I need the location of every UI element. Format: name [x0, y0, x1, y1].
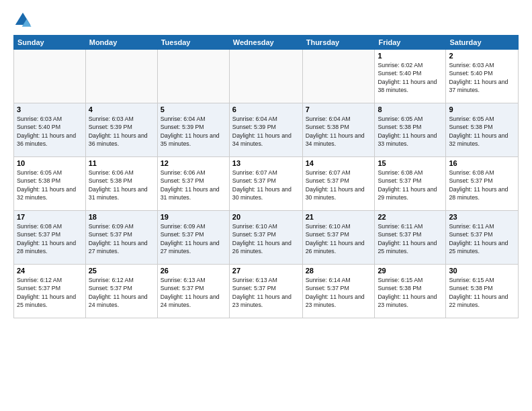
day-info: Sunrise: 6:10 AM Sunset: 5:37 PM Dayligh…	[232, 222, 300, 255]
day-info: Sunrise: 6:07 AM Sunset: 5:37 PM Dayligh…	[232, 169, 300, 201]
day-info: Sunrise: 6:11 AM Sunset: 5:37 PM Dayligh…	[449, 222, 515, 255]
calendar-cell: 30Sunrise: 6:15 AM Sunset: 5:38 PM Dayli…	[446, 265, 519, 318]
day-info: Sunrise: 6:13 AM Sunset: 5:37 PM Dayligh…	[161, 276, 226, 309]
day-number: 16	[449, 159, 515, 167]
calendar-week-3: 10Sunrise: 6:05 AM Sunset: 5:38 PM Dayli…	[14, 157, 519, 211]
day-number: 17	[17, 213, 83, 221]
day-number: 30	[449, 267, 515, 275]
calendar-cell: 20Sunrise: 6:10 AM Sunset: 5:37 PM Dayli…	[229, 211, 302, 265]
calendar-cell: 6Sunrise: 6:04 AM Sunset: 5:39 PM Daylig…	[229, 103, 302, 157]
day-number: 6	[232, 105, 300, 113]
calendar-week-5: 24Sunrise: 6:12 AM Sunset: 5:37 PM Dayli…	[14, 265, 519, 318]
calendar-cell	[229, 50, 302, 103]
calendar-cell: 10Sunrise: 6:05 AM Sunset: 5:38 PM Dayli…	[14, 157, 86, 211]
calendar-cell	[157, 50, 229, 103]
calendar-cell: 27Sunrise: 6:13 AM Sunset: 5:37 PM Dayli…	[229, 265, 302, 318]
day-number: 1	[378, 52, 443, 60]
calendar-week-1: 1Sunrise: 6:02 AM Sunset: 5:40 PM Daylig…	[14, 50, 519, 103]
day-number: 26	[161, 267, 226, 275]
day-info: Sunrise: 6:11 AM Sunset: 5:37 PM Dayligh…	[378, 222, 443, 255]
calendar-cell: 3Sunrise: 6:03 AM Sunset: 5:40 PM Daylig…	[14, 103, 86, 157]
day-info: Sunrise: 6:08 AM Sunset: 5:37 PM Dayligh…	[17, 222, 83, 255]
calendar-cell: 15Sunrise: 6:08 AM Sunset: 5:37 PM Dayli…	[375, 157, 446, 211]
weekday-header-wednesday: Wednesday	[229, 36, 302, 50]
day-number: 8	[378, 105, 443, 113]
calendar-cell: 24Sunrise: 6:12 AM Sunset: 5:37 PM Dayli…	[14, 265, 86, 318]
calendar-cell	[14, 50, 86, 103]
calendar-cell: 16Sunrise: 6:08 AM Sunset: 5:37 PM Dayli…	[446, 157, 519, 211]
day-info: Sunrise: 6:12 AM Sunset: 5:37 PM Dayligh…	[17, 276, 83, 309]
day-number: 29	[378, 267, 443, 275]
page: SundayMondayTuesdayWednesdayThursdayFrid…	[0, 0, 532, 411]
day-number: 18	[89, 213, 154, 221]
day-info: Sunrise: 6:03 AM Sunset: 5:39 PM Dayligh…	[89, 115, 154, 148]
calendar-table: SundayMondayTuesdayWednesdayThursdayFrid…	[13, 35, 519, 318]
day-info: Sunrise: 6:04 AM Sunset: 5:39 PM Dayligh…	[232, 115, 300, 148]
day-info: Sunrise: 6:09 AM Sunset: 5:37 PM Dayligh…	[161, 222, 226, 255]
day-number: 21	[306, 213, 372, 221]
calendar-cell: 19Sunrise: 6:09 AM Sunset: 5:37 PM Dayli…	[157, 211, 229, 265]
day-info: Sunrise: 6:05 AM Sunset: 5:38 PM Dayligh…	[378, 115, 443, 148]
day-info: Sunrise: 6:02 AM Sunset: 5:40 PM Dayligh…	[378, 61, 443, 94]
day-number: 22	[378, 213, 443, 221]
day-info: Sunrise: 6:12 AM Sunset: 5:37 PM Dayligh…	[89, 276, 154, 309]
calendar-cell: 5Sunrise: 6:04 AM Sunset: 5:39 PM Daylig…	[157, 103, 229, 157]
calendar-cell: 26Sunrise: 6:13 AM Sunset: 5:37 PM Dayli…	[157, 265, 229, 318]
calendar-week-2: 3Sunrise: 6:03 AM Sunset: 5:40 PM Daylig…	[14, 103, 519, 157]
calendar-cell	[302, 50, 375, 103]
logo-icon	[13, 11, 32, 30]
day-number: 23	[449, 213, 515, 221]
day-number: 9	[449, 105, 515, 113]
day-number: 19	[161, 213, 226, 221]
day-number: 14	[306, 159, 372, 167]
day-info: Sunrise: 6:15 AM Sunset: 5:38 PM Dayligh…	[378, 276, 443, 309]
day-info: Sunrise: 6:15 AM Sunset: 5:38 PM Dayligh…	[449, 276, 515, 309]
day-info: Sunrise: 6:05 AM Sunset: 5:38 PM Dayligh…	[17, 169, 83, 201]
weekday-header-row: SundayMondayTuesdayWednesdayThursdayFrid…	[14, 36, 519, 50]
weekday-header-friday: Friday	[375, 36, 446, 50]
day-number: 24	[17, 267, 83, 275]
day-info: Sunrise: 6:03 AM Sunset: 5:40 PM Dayligh…	[449, 61, 515, 94]
day-info: Sunrise: 6:07 AM Sunset: 5:37 PM Dayligh…	[306, 169, 372, 201]
day-info: Sunrise: 6:04 AM Sunset: 5:38 PM Dayligh…	[306, 115, 372, 148]
day-info: Sunrise: 6:10 AM Sunset: 5:37 PM Dayligh…	[306, 222, 372, 255]
header	[13, 11, 519, 30]
calendar-cell: 23Sunrise: 6:11 AM Sunset: 5:37 PM Dayli…	[446, 211, 519, 265]
day-number: 12	[161, 159, 226, 167]
weekday-header-saturday: Saturday	[446, 36, 519, 50]
calendar-cell: 25Sunrise: 6:12 AM Sunset: 5:37 PM Dayli…	[85, 265, 157, 318]
calendar-cell: 7Sunrise: 6:04 AM Sunset: 5:38 PM Daylig…	[302, 103, 375, 157]
day-info: Sunrise: 6:04 AM Sunset: 5:39 PM Dayligh…	[161, 115, 226, 148]
calendar-cell: 2Sunrise: 6:03 AM Sunset: 5:40 PM Daylig…	[446, 50, 519, 103]
day-number: 2	[449, 52, 515, 60]
day-info: Sunrise: 6:05 AM Sunset: 5:38 PM Dayligh…	[449, 115, 515, 148]
day-info: Sunrise: 6:08 AM Sunset: 5:37 PM Dayligh…	[449, 169, 515, 201]
day-info: Sunrise: 6:14 AM Sunset: 5:37 PM Dayligh…	[306, 276, 372, 309]
calendar-cell: 28Sunrise: 6:14 AM Sunset: 5:37 PM Dayli…	[302, 265, 375, 318]
day-info: Sunrise: 6:09 AM Sunset: 5:37 PM Dayligh…	[89, 222, 154, 255]
weekday-header-thursday: Thursday	[302, 36, 375, 50]
day-info: Sunrise: 6:08 AM Sunset: 5:37 PM Dayligh…	[378, 169, 443, 201]
day-number: 28	[306, 267, 372, 275]
day-number: 10	[17, 159, 83, 167]
day-number: 7	[306, 105, 372, 113]
calendar-cell: 9Sunrise: 6:05 AM Sunset: 5:38 PM Daylig…	[446, 103, 519, 157]
day-number: 15	[378, 159, 443, 167]
day-info: Sunrise: 6:06 AM Sunset: 5:38 PM Dayligh…	[89, 169, 154, 201]
calendar-cell: 14Sunrise: 6:07 AM Sunset: 5:37 PM Dayli…	[302, 157, 375, 211]
weekday-header-tuesday: Tuesday	[157, 36, 229, 50]
calendar-cell: 18Sunrise: 6:09 AM Sunset: 5:37 PM Dayli…	[85, 211, 157, 265]
calendar-cell: 22Sunrise: 6:11 AM Sunset: 5:37 PM Dayli…	[375, 211, 446, 265]
calendar-week-4: 17Sunrise: 6:08 AM Sunset: 5:37 PM Dayli…	[14, 211, 519, 265]
calendar-cell: 12Sunrise: 6:06 AM Sunset: 5:37 PM Dayli…	[157, 157, 229, 211]
calendar-cell: 11Sunrise: 6:06 AM Sunset: 5:38 PM Dayli…	[85, 157, 157, 211]
calendar-cell: 4Sunrise: 6:03 AM Sunset: 5:39 PM Daylig…	[85, 103, 157, 157]
logo	[13, 11, 35, 30]
weekday-header-monday: Monday	[85, 36, 157, 50]
calendar-cell: 17Sunrise: 6:08 AM Sunset: 5:37 PM Dayli…	[14, 211, 86, 265]
day-number: 5	[161, 105, 226, 113]
calendar-cell: 8Sunrise: 6:05 AM Sunset: 5:38 PM Daylig…	[375, 103, 446, 157]
weekday-header-sunday: Sunday	[14, 36, 86, 50]
day-number: 20	[232, 213, 300, 221]
calendar-cell: 13Sunrise: 6:07 AM Sunset: 5:37 PM Dayli…	[229, 157, 302, 211]
